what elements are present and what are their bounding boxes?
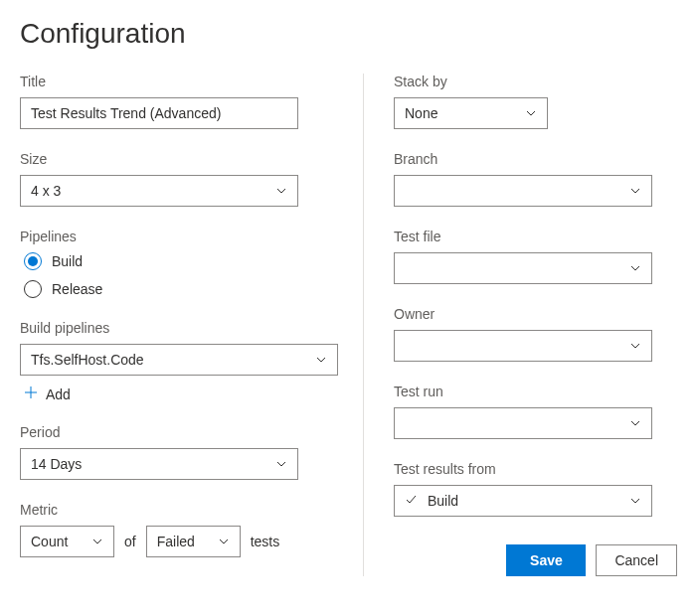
test-run-select[interactable]	[394, 407, 652, 439]
metric-of-text: of	[124, 534, 136, 549]
chevron-down-icon	[525, 107, 537, 119]
title-label: Title	[20, 74, 333, 89]
owner-select[interactable]	[394, 330, 652, 362]
stack-by-select[interactable]: None	[394, 97, 548, 129]
radio-build-label: Build	[52, 253, 83, 269]
build-pipelines-value: Tfs.SelfHost.Code	[31, 352, 144, 368]
metric-count-select[interactable]: Count	[20, 526, 114, 557]
metric-count-value: Count	[31, 534, 68, 549]
chevron-down-icon	[629, 495, 641, 507]
radio-release[interactable]: Release	[20, 280, 333, 298]
build-pipelines-select[interactable]: Tfs.SelfHost.Code	[20, 344, 338, 376]
metric-label: Metric	[20, 502, 333, 518]
results-from-label: Test results from	[394, 461, 677, 477]
results-from-select[interactable]: Build	[394, 485, 652, 517]
radio-release-label: Release	[52, 281, 102, 297]
stack-by-label: Stack by	[394, 74, 677, 89]
size-select[interactable]: 4 x 3	[20, 175, 298, 207]
plus-icon	[24, 385, 38, 402]
branch-label: Branch	[394, 151, 677, 167]
page-title: Configuration	[20, 18, 677, 50]
title-input[interactable]	[20, 97, 298, 129]
metric-tests-text: tests	[251, 534, 280, 549]
period-value: 14 Days	[31, 456, 82, 472]
chevron-down-icon	[629, 185, 641, 197]
test-file-select[interactable]	[394, 252, 652, 284]
branch-select[interactable]	[394, 175, 652, 207]
size-value: 4 x 3	[31, 183, 61, 199]
chevron-down-icon	[629, 262, 641, 274]
cancel-button[interactable]: Cancel	[596, 544, 677, 576]
size-label: Size	[20, 151, 333, 167]
add-pipeline-button[interactable]: Add	[20, 385, 333, 402]
add-label: Add	[46, 386, 71, 402]
chevron-down-icon	[275, 458, 287, 470]
period-label: Period	[20, 424, 333, 440]
chevron-down-icon	[275, 185, 287, 197]
check-icon	[405, 493, 418, 509]
period-select[interactable]: 14 Days	[20, 448, 298, 480]
owner-label: Owner	[394, 306, 677, 322]
chevron-down-icon	[629, 417, 641, 429]
radio-icon	[24, 280, 42, 298]
chevron-down-icon	[315, 354, 327, 366]
test-file-label: Test file	[394, 229, 677, 244]
metric-status-value: Failed	[157, 534, 195, 549]
build-pipelines-label: Build pipelines	[20, 320, 333, 336]
results-from-value: Build	[428, 493, 458, 509]
chevron-down-icon	[218, 536, 230, 547]
chevron-down-icon	[629, 340, 641, 352]
radio-icon	[24, 252, 42, 270]
save-button[interactable]: Save	[506, 544, 586, 576]
chevron-down-icon	[91, 536, 103, 547]
radio-build[interactable]: Build	[20, 252, 333, 270]
pipelines-label: Pipelines	[20, 229, 333, 244]
stack-by-value: None	[405, 105, 437, 121]
test-run-label: Test run	[394, 384, 677, 399]
metric-status-select[interactable]: Failed	[146, 526, 241, 557]
